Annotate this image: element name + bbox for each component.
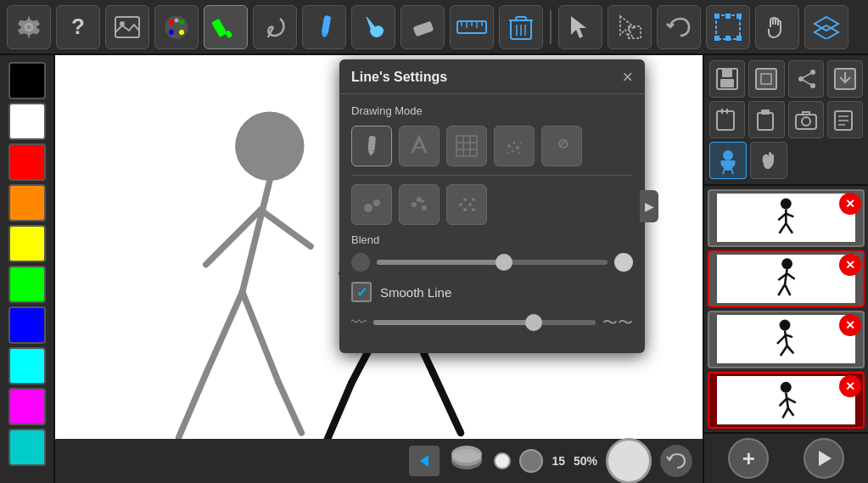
gallery-button[interactable] bbox=[105, 5, 149, 49]
svg-point-84 bbox=[781, 199, 792, 210]
frame-item-3[interactable]: ✕ bbox=[708, 311, 865, 368]
smooth-line-row: Smooth Line bbox=[351, 282, 633, 302]
svg-marker-28 bbox=[620, 16, 636, 38]
mode-dotbig[interactable] bbox=[351, 184, 392, 225]
svg-point-3 bbox=[165, 16, 188, 38]
svg-point-119 bbox=[512, 150, 514, 153]
mode-pencil[interactable] bbox=[351, 126, 392, 166]
frame-delete-3[interactable]: ✕ bbox=[839, 314, 861, 336]
color-black[interactable] bbox=[8, 62, 46, 99]
frame-delete-2[interactable]: ✕ bbox=[839, 254, 861, 276]
frame-delete-1[interactable]: ✕ bbox=[839, 193, 861, 215]
smooth-slider-fill bbox=[373, 320, 534, 325]
svg-point-124 bbox=[373, 199, 380, 206]
svg-line-101 bbox=[787, 345, 794, 353]
hand-gesture-button[interactable] bbox=[750, 142, 787, 179]
play-button[interactable] bbox=[804, 438, 844, 479]
help-button[interactable]: ? bbox=[56, 5, 100, 49]
svg-point-102 bbox=[781, 381, 792, 392]
share-button[interactable] bbox=[788, 60, 824, 98]
brush-button[interactable] bbox=[204, 5, 248, 49]
frame-item-2[interactable]: ✕ bbox=[708, 250, 865, 308]
svg-line-40 bbox=[243, 181, 270, 292]
blend-slider-thumb[interactable] bbox=[496, 254, 512, 271]
export-button[interactable] bbox=[748, 60, 784, 98]
right-icons-row3 bbox=[709, 142, 863, 179]
blend-slider-track[interactable] bbox=[377, 260, 608, 265]
settings2-button[interactable] bbox=[827, 101, 863, 138]
select-button[interactable] bbox=[558, 5, 602, 49]
svg-line-94 bbox=[778, 284, 785, 295]
hook-button[interactable] bbox=[253, 5, 297, 49]
smooth-slider-thumb[interactable] bbox=[525, 314, 542, 331]
svg-line-91 bbox=[785, 269, 787, 284]
mode-calligraphy[interactable] bbox=[399, 126, 440, 166]
frame-item-4[interactable]: ✕ bbox=[708, 372, 865, 430]
color-yellow[interactable] bbox=[8, 225, 46, 262]
mode-spray[interactable] bbox=[494, 126, 535, 166]
svg-line-100 bbox=[781, 345, 787, 356]
undo-canvas-button[interactable] bbox=[660, 445, 692, 477]
color-green[interactable] bbox=[8, 266, 46, 303]
blend-label: Blend bbox=[351, 233, 633, 246]
dialog-expand-button[interactable]: ▶ bbox=[640, 190, 658, 222]
frame-thumbnail-4 bbox=[717, 376, 855, 424]
import-button[interactable] bbox=[827, 60, 863, 98]
frame-delete-4[interactable]: ✕ bbox=[839, 375, 861, 397]
color-orange[interactable] bbox=[8, 184, 46, 222]
canvas-bottom-toolbar: 15 50% bbox=[55, 439, 703, 483]
dialog-divider1 bbox=[351, 175, 633, 176]
mode-dotsmall[interactable] bbox=[446, 184, 487, 225]
svg-point-131 bbox=[468, 203, 472, 206]
svg-marker-110 bbox=[367, 151, 374, 157]
trash-button[interactable] bbox=[499, 5, 543, 49]
color-red[interactable] bbox=[8, 143, 46, 181]
transform-button[interactable] bbox=[706, 5, 750, 49]
zoom-level: 50% bbox=[574, 454, 597, 468]
mode-swirl[interactable] bbox=[541, 126, 582, 166]
svg-rect-29 bbox=[629, 26, 641, 38]
smooth-slider-track[interactable] bbox=[373, 320, 596, 325]
new-frame-button[interactable] bbox=[709, 101, 745, 138]
svg-point-5 bbox=[179, 20, 184, 25]
settings-button[interactable] bbox=[7, 5, 51, 49]
svg-line-42 bbox=[179, 373, 206, 437]
top-toolbar: ? bbox=[0, 0, 868, 55]
onion-skin-button[interactable] bbox=[709, 142, 747, 179]
size-indicator bbox=[519, 449, 543, 473]
color-magenta[interactable] bbox=[8, 388, 46, 425]
color-teal[interactable] bbox=[8, 429, 46, 466]
svg-point-83 bbox=[723, 150, 733, 160]
smooth-line-checkbox[interactable] bbox=[351, 282, 372, 302]
svg-line-104 bbox=[780, 398, 787, 406]
svg-rect-35 bbox=[725, 14, 731, 19]
frame-thumbnail-3 bbox=[717, 315, 855, 363]
mode-dotmedium[interactable] bbox=[399, 184, 440, 225]
add-frame-button[interactable]: + bbox=[728, 438, 769, 479]
svg-point-7 bbox=[179, 30, 184, 35]
color-preview[interactable] bbox=[606, 438, 652, 483]
palette-button[interactable] bbox=[154, 5, 199, 49]
color-cyan[interactable] bbox=[8, 347, 46, 385]
grab-button[interactable] bbox=[755, 5, 799, 49]
mode-grid[interactable] bbox=[446, 126, 487, 166]
right-top-icons bbox=[704, 55, 868, 186]
ruler-button[interactable] bbox=[450, 5, 494, 49]
frame-item-1[interactable]: ✕ bbox=[708, 189, 865, 247]
prev-frame-button[interactable] bbox=[409, 446, 440, 476]
paste-button[interactable] bbox=[748, 101, 784, 138]
pen-button[interactable] bbox=[302, 5, 346, 49]
svg-rect-22 bbox=[516, 17, 526, 20]
svg-rect-34 bbox=[736, 36, 742, 41]
dialog-close-button[interactable]: × bbox=[622, 68, 633, 87]
camera-button[interactable] bbox=[788, 101, 824, 138]
eraser-button[interactable] bbox=[400, 5, 445, 49]
svg-point-129 bbox=[459, 203, 462, 206]
fill-button[interactable] bbox=[351, 5, 395, 49]
dotselect-button[interactable] bbox=[608, 5, 652, 49]
color-white[interactable] bbox=[8, 103, 46, 140]
save-button[interactable] bbox=[709, 60, 745, 98]
color-blue[interactable] bbox=[8, 306, 46, 344]
undo-button[interactable] bbox=[657, 5, 701, 49]
layers-button[interactable] bbox=[804, 5, 848, 49]
